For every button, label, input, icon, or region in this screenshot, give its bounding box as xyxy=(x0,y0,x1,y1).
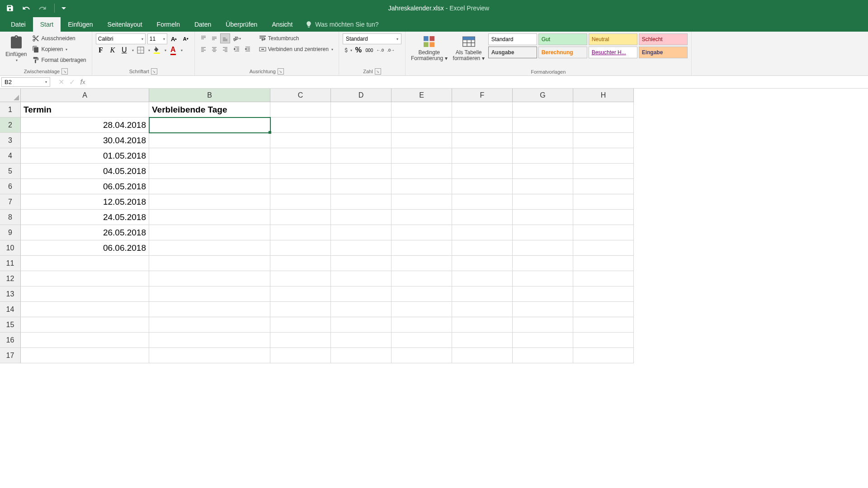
cell-E9[interactable] xyxy=(392,225,452,240)
cell-F10[interactable] xyxy=(452,240,513,256)
style-gut[interactable]: Gut xyxy=(538,33,587,45)
row-header-8[interactable]: 8 xyxy=(0,210,21,225)
cancel-formula-icon[interactable]: ✕ xyxy=(56,77,66,87)
cell-D5[interactable] xyxy=(331,164,392,179)
align-center-icon[interactable] xyxy=(209,44,219,54)
cell-E7[interactable] xyxy=(392,194,452,210)
redo-icon[interactable] xyxy=(36,2,49,14)
align-top-icon[interactable] xyxy=(198,33,208,43)
cell-C2[interactable] xyxy=(270,117,331,133)
cell-B15[interactable] xyxy=(149,317,270,333)
orientation-icon[interactable]: ab▾ xyxy=(232,33,242,43)
cell-G7[interactable] xyxy=(513,194,573,210)
zahl-launcher[interactable] xyxy=(375,68,381,75)
row-header-3[interactable]: 3 xyxy=(0,133,21,148)
cell-E5[interactable] xyxy=(392,164,452,179)
tab-datei[interactable]: Datei xyxy=(4,17,33,32)
enter-formula-icon[interactable]: ✓ xyxy=(67,77,77,87)
select-all-corner[interactable] xyxy=(0,89,21,102)
cell-G11[interactable] xyxy=(513,256,573,271)
cell-E16[interactable] xyxy=(392,333,452,348)
cell-E14[interactable] xyxy=(392,302,452,317)
row-header-16[interactable]: 16 xyxy=(0,333,21,348)
cell-A8[interactable]: 24.05.2018 xyxy=(21,210,149,225)
cell-D3[interactable] xyxy=(331,133,392,148)
cell-H16[interactable] xyxy=(573,333,634,348)
shrink-font-icon[interactable]: A▾ xyxy=(181,34,191,44)
cell-A15[interactable] xyxy=(21,317,149,333)
cell-H15[interactable] xyxy=(573,317,634,333)
style-besuchter[interactable]: Besuchter H... xyxy=(589,47,637,58)
cell-H9[interactable] xyxy=(573,225,634,240)
zwischenablage-launcher[interactable] xyxy=(61,68,68,75)
copy-button[interactable]: Kopieren▾ xyxy=(30,44,88,54)
format-as-table-button[interactable]: Als Tabelleformatieren ▾ xyxy=(451,33,486,62)
cell-E12[interactable] xyxy=(392,271,452,286)
tab-seitenlayout[interactable]: Seitenlayout xyxy=(100,17,150,32)
cell-D7[interactable] xyxy=(331,194,392,210)
cell-E10[interactable] xyxy=(392,240,452,256)
cell-G2[interactable] xyxy=(513,117,573,133)
merge-center-button[interactable]: Verbinden und zentrieren▾ xyxy=(257,44,335,54)
cell-C9[interactable] xyxy=(270,225,331,240)
cut-button[interactable]: Ausschneiden xyxy=(30,33,88,43)
align-bottom-icon[interactable] xyxy=(220,33,230,43)
col-header-E[interactable]: E xyxy=(392,89,452,102)
cell-H2[interactable] xyxy=(573,117,634,133)
cell-C14[interactable] xyxy=(270,302,331,317)
tab-ansicht[interactable]: Ansicht xyxy=(264,17,300,32)
cell-F13[interactable] xyxy=(452,286,513,302)
row-header-15[interactable]: 15 xyxy=(0,317,21,333)
cell-G16[interactable] xyxy=(513,333,573,348)
cell-F9[interactable] xyxy=(452,225,513,240)
save-icon[interactable] xyxy=(4,2,16,14)
cell-A9[interactable]: 26.05.2018 xyxy=(21,225,149,240)
cell-B6[interactable] xyxy=(149,179,270,194)
increase-indent-icon[interactable] xyxy=(243,44,253,54)
cell-E11[interactable] xyxy=(392,256,452,271)
insert-function-icon[interactable]: fx xyxy=(78,77,88,87)
cell-C11[interactable] xyxy=(270,256,331,271)
cell-A12[interactable] xyxy=(21,271,149,286)
cell-E6[interactable] xyxy=(392,179,452,194)
ausrichtung-launcher[interactable] xyxy=(278,68,284,75)
cell-B7[interactable] xyxy=(149,194,270,210)
wrap-text-button[interactable]: Textumbruch xyxy=(257,33,335,43)
undo-icon[interactable] xyxy=(20,2,33,14)
tab-formeln[interactable]: Formeln xyxy=(150,17,187,32)
cell-A10[interactable]: 06.06.2018 xyxy=(21,240,149,256)
cell-D6[interactable] xyxy=(331,179,392,194)
cell-B1[interactable]: Verbleibende Tage xyxy=(149,102,270,117)
cell-H11[interactable] xyxy=(573,256,634,271)
align-left-icon[interactable] xyxy=(198,44,208,54)
row-header-17[interactable]: 17 xyxy=(0,348,21,363)
cell-A6[interactable]: 06.05.2018 xyxy=(21,179,149,194)
cell-F2[interactable] xyxy=(452,117,513,133)
cell-F1[interactable] xyxy=(452,102,513,117)
cell-C4[interactable] xyxy=(270,148,331,164)
font-size-select[interactable]: 11▾ xyxy=(147,33,167,44)
qat-customize-icon[interactable] xyxy=(60,2,67,14)
cell-B4[interactable] xyxy=(149,148,270,164)
cell-B3[interactable] xyxy=(149,133,270,148)
cell-C5[interactable] xyxy=(270,164,331,179)
cell-A7[interactable]: 12.05.2018 xyxy=(21,194,149,210)
row-header-10[interactable]: 10 xyxy=(0,240,21,256)
cell-G10[interactable] xyxy=(513,240,573,256)
cell-G3[interactable] xyxy=(513,133,573,148)
cell-G8[interactable] xyxy=(513,210,573,225)
cell-E15[interactable] xyxy=(392,317,452,333)
cell-H10[interactable] xyxy=(573,240,634,256)
comma-format-icon[interactable]: 000 xyxy=(364,45,374,55)
cell-D17[interactable] xyxy=(331,348,392,363)
cell-D2[interactable] xyxy=(331,117,392,133)
col-header-F[interactable]: F xyxy=(452,89,513,102)
cell-C12[interactable] xyxy=(270,271,331,286)
cell-B5[interactable] xyxy=(149,164,270,179)
name-box[interactable]: B2▾ xyxy=(1,77,50,87)
style-neutral[interactable]: Neutral xyxy=(589,33,637,45)
row-header-13[interactable]: 13 xyxy=(0,286,21,302)
cell-G13[interactable] xyxy=(513,286,573,302)
cell-G5[interactable] xyxy=(513,164,573,179)
style-ausgabe[interactable]: Ausgabe xyxy=(488,47,537,58)
